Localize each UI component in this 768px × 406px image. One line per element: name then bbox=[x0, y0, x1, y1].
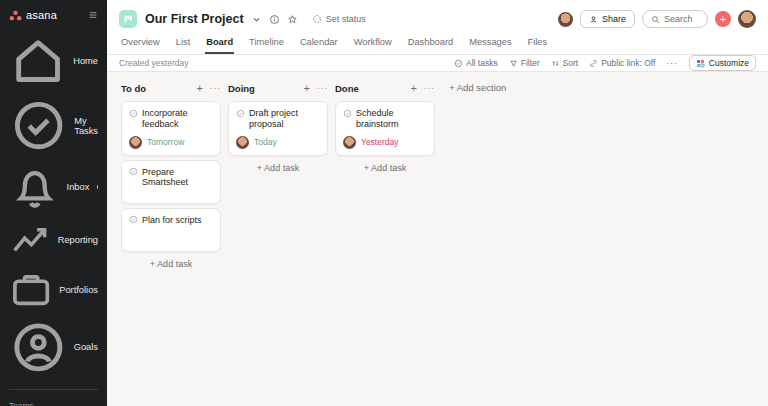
assignee-avatar[interactable] bbox=[343, 136, 356, 149]
sidebar-item-label: My Tasks bbox=[74, 116, 98, 136]
sidebar-nav: HomeMy TasksInboxReportingPortfoliosGoal… bbox=[0, 29, 107, 380]
home-icon bbox=[9, 32, 67, 90]
sidebar-item-label: Portfolios bbox=[59, 285, 98, 295]
customize-button[interactable]: Customize bbox=[689, 55, 756, 71]
goal-icon bbox=[9, 318, 68, 377]
star-icon[interactable] bbox=[287, 14, 298, 25]
task-card[interactable]: Plan for scripts bbox=[121, 208, 221, 252]
project-icon[interactable] bbox=[119, 10, 137, 28]
sidebar-item-reporting[interactable]: Reporting bbox=[0, 216, 107, 265]
customize-grid-icon bbox=[696, 59, 705, 68]
task-title: Incorporate feedback bbox=[142, 108, 213, 130]
task-card[interactable]: Schedule brainstormYesterday bbox=[335, 101, 435, 156]
share-label: Share bbox=[602, 14, 626, 24]
sidebar-item-home[interactable]: Home bbox=[0, 29, 107, 93]
due-date: Today bbox=[254, 137, 277, 147]
board: To do+···Incorporate feedbackTomorrowPre… bbox=[107, 72, 768, 406]
task-title: Draft project proposal bbox=[249, 108, 320, 130]
assignee-avatar[interactable] bbox=[129, 136, 142, 149]
create-button[interactable]: + bbox=[715, 11, 731, 27]
board-column-doing: Doing+···Draft project proposalToday+ Ad… bbox=[228, 80, 328, 173]
sidebar-toggle-icon[interactable] bbox=[88, 10, 98, 20]
sidebar-item-goals[interactable]: Goals bbox=[0, 315, 107, 380]
main-area: Our First Project Set status bbox=[107, 0, 768, 406]
column-title: Done bbox=[335, 83, 359, 94]
add-task-button[interactable]: + Add task bbox=[335, 163, 435, 173]
card-list: Draft project proposalToday bbox=[228, 101, 328, 156]
task-card[interactable]: Prepare Smartsheet bbox=[121, 160, 221, 204]
check-circle-icon bbox=[129, 109, 138, 118]
set-status-button[interactable]: Set status bbox=[312, 14, 366, 24]
project-tabs: OverviewListBoardTimelineCalendarWorkflo… bbox=[119, 34, 756, 54]
sidebar-item-portfolios[interactable]: Portfolios bbox=[0, 265, 107, 315]
task-card[interactable]: Draft project proposalToday bbox=[228, 101, 328, 156]
chevron-down-icon[interactable] bbox=[251, 14, 262, 25]
task-title-row: Schedule brainstorm bbox=[343, 108, 427, 130]
collaborator-avatar[interactable] bbox=[558, 12, 573, 27]
column-more-icon[interactable]: ··· bbox=[424, 84, 435, 93]
check-circle-icon bbox=[129, 215, 138, 224]
column-header: Done+··· bbox=[335, 80, 435, 96]
add-section-button[interactable]: + Add section bbox=[449, 80, 506, 93]
task-title-row: Plan for scripts bbox=[129, 215, 213, 226]
person-icon bbox=[589, 15, 598, 24]
add-task-icon[interactable]: + bbox=[411, 83, 417, 94]
check-circle-icon bbox=[343, 109, 352, 118]
asana-logo[interactable]: asana bbox=[9, 9, 57, 21]
task-card[interactable]: Incorporate feedbackTomorrow bbox=[121, 101, 221, 156]
board-column-done: Done+···Schedule brainstormYesterday+ Ad… bbox=[335, 80, 435, 173]
page-title: Our First Project bbox=[145, 12, 244, 26]
task-title-row: Draft project proposal bbox=[236, 108, 320, 130]
asana-logo-icon bbox=[9, 10, 22, 21]
task-meta: Today bbox=[236, 136, 320, 149]
add-task-button[interactable]: + Add task bbox=[121, 259, 221, 269]
user-avatar[interactable] bbox=[738, 10, 756, 28]
task-title-row: Prepare Smartsheet bbox=[129, 167, 213, 189]
tab-dashboard[interactable]: Dashboard bbox=[407, 34, 454, 54]
due-date: Tomorrow bbox=[147, 137, 184, 147]
toolbar: Created yesterday All tasks Filter bbox=[107, 55, 768, 72]
tab-workflow[interactable]: Workflow bbox=[353, 34, 393, 54]
tab-list[interactable]: List bbox=[175, 34, 191, 54]
add-task-icon[interactable]: + bbox=[304, 83, 310, 94]
header-actions: Share + bbox=[558, 10, 756, 28]
sidebar-item-label: Reporting bbox=[58, 235, 98, 245]
filter-button[interactable]: Filter bbox=[509, 58, 540, 68]
tab-board[interactable]: Board bbox=[205, 34, 234, 54]
search-input[interactable] bbox=[664, 14, 699, 24]
tab-calendar[interactable]: Calendar bbox=[299, 34, 339, 54]
tab-overview[interactable]: Overview bbox=[120, 34, 161, 54]
check-circle-icon bbox=[454, 59, 463, 68]
search-box[interactable] bbox=[642, 10, 708, 28]
all-tasks-filter-button[interactable]: All tasks bbox=[454, 58, 498, 68]
portfolio-icon bbox=[9, 268, 53, 312]
tab-messages[interactable]: Messages bbox=[468, 34, 512, 54]
project-header: Our First Project Set status bbox=[107, 0, 768, 55]
check-circle-icon bbox=[129, 167, 138, 176]
tab-timeline[interactable]: Timeline bbox=[248, 34, 285, 54]
column-header: Doing+··· bbox=[228, 80, 328, 96]
assignee-avatar[interactable] bbox=[236, 136, 249, 149]
task-title: Plan for scripts bbox=[142, 215, 202, 226]
sidebar-item-inbox[interactable]: Inbox bbox=[0, 158, 107, 216]
status-circle-icon bbox=[312, 14, 322, 24]
link-icon bbox=[589, 59, 598, 68]
sidebar-item-label: Goals bbox=[74, 342, 98, 352]
tab-files[interactable]: Files bbox=[527, 34, 549, 54]
add-task-icon[interactable]: + bbox=[197, 83, 203, 94]
add-task-button[interactable]: + Add task bbox=[228, 163, 328, 173]
public-link-button[interactable]: Public link: Off bbox=[589, 58, 655, 68]
sidebar-item-label: Inbox bbox=[67, 182, 90, 192]
sidebar-item-my-tasks[interactable]: My Tasks bbox=[0, 93, 107, 158]
column-more-icon[interactable]: ··· bbox=[210, 84, 221, 93]
info-icon[interactable] bbox=[269, 14, 280, 25]
task-meta: Tomorrow bbox=[129, 136, 213, 149]
column-more-icon[interactable]: ··· bbox=[317, 84, 328, 93]
toolbar-more-icon[interactable]: ··· bbox=[666, 58, 678, 68]
check-circle-icon bbox=[236, 109, 245, 118]
card-list: Incorporate feedbackTomorrowPrepare Smar… bbox=[121, 101, 221, 252]
notification-dot bbox=[97, 185, 98, 189]
check-circle-icon bbox=[9, 96, 68, 155]
share-button[interactable]: Share bbox=[580, 10, 635, 28]
sort-button[interactable]: Sort bbox=[551, 58, 579, 68]
